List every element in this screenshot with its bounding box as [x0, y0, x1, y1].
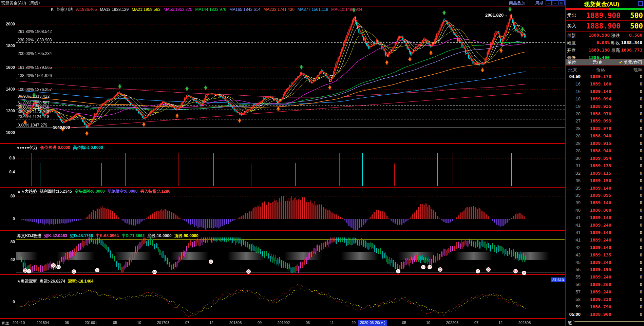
- tape-row: :411889.2400: [566, 237, 644, 244]
- tape-time: :19: [566, 104, 581, 109]
- tape-price: 1888.915: [582, 141, 619, 146]
- ma-value: MA377:1561.118: [298, 7, 328, 12]
- tape-price: 1888.800: [582, 208, 619, 213]
- tape-time: :57: [566, 289, 581, 294]
- tape-row: :161889.1800: [566, 81, 644, 88]
- ask-size: 500: [630, 12, 644, 20]
- quote-symbol-title: 现货黄金(AU): [566, 0, 638, 8]
- stat-label: 涨跌: [611, 33, 620, 39]
- bid-label: 买入: [567, 23, 576, 29]
- quote-panel: 现货黄金(AU) 卖出 1889.900 500 买入 1888.900 500…: [566, 0, 644, 326]
- period-tab-label[interactable]: 周线: [2, 321, 9, 326]
- tape-price: 1889.150: [582, 178, 619, 183]
- pen-tab-label: 笔: [568, 320, 572, 326]
- tape-time: :59: [566, 304, 581, 309]
- tape-time: :43: [566, 252, 581, 257]
- tape-volume: 0: [640, 245, 642, 250]
- tape-price: 1889.180: [582, 81, 619, 87]
- bid-size: 500: [630, 22, 644, 30]
- tape-volume: 0: [640, 111, 642, 116]
- ma-value: MA233:1741.430: [263, 7, 294, 12]
- tape-volume: 0: [640, 274, 642, 280]
- divider: [566, 31, 644, 32]
- tape-time: :32: [566, 171, 581, 176]
- stat-value: 1888.340: [619, 40, 642, 45]
- tape-row: :551889.2400: [566, 274, 644, 281]
- tape-header: 北京 价格 现手: [566, 67, 644, 73]
- tape-col-volume: 现手: [633, 67, 642, 73]
- tape-price: 1889.135: [582, 252, 619, 257]
- tape-volume: 0: [640, 126, 642, 131]
- stat-label: 幅度: [567, 40, 576, 46]
- period-menu[interactable]: 周期: [535, 0, 543, 6]
- tape-time: :16: [566, 89, 581, 94]
- divider: [0, 6, 565, 6]
- tape-price: 1889.195: [582, 267, 619, 272]
- tape-row: :411889.1480: [566, 230, 644, 237]
- tape-row: :351889.1400: [566, 186, 644, 192]
- maximize-icon[interactable]: [638, 1, 643, 6]
- tape-time: :35: [566, 193, 581, 198]
- tape-price: 1889.095: [582, 193, 619, 198]
- tape-time: :45: [566, 260, 581, 265]
- ma-value: A:1936.405: [76, 7, 97, 12]
- tape-volume: 0: [640, 289, 642, 294]
- tape-price: 1888.790: [582, 304, 619, 309]
- unit-cny-option[interactable]: 元/克: [592, 59, 603, 65]
- tape-time: :28: [566, 126, 581, 131]
- tape-volume: 0: [640, 89, 642, 94]
- tape-price: 1889.230: [582, 297, 619, 302]
- divider: [0, 318, 565, 319]
- stat-value: 0.560: [619, 33, 642, 38]
- tape-volume: 0: [640, 193, 642, 198]
- unit-usd-option[interactable]: 美元/盎司: [623, 59, 642, 65]
- tape-row: :281888.9150: [566, 141, 644, 148]
- tape-price: 1889.135: [582, 163, 619, 168]
- ask-row[interactable]: 卖出 1889.900 500: [566, 11, 644, 20]
- tape-row: :201888.9700: [566, 111, 644, 118]
- tape-time: :41: [566, 230, 581, 235]
- tape-volume: 0: [640, 96, 642, 101]
- tape-price: 1889.094: [582, 96, 619, 101]
- tape-volume: 0: [640, 230, 642, 235]
- tape-volume: 0: [640, 163, 642, 168]
- tape-volume: 0: [640, 186, 642, 191]
- tape-time: :56: [566, 282, 581, 287]
- pan-left-icon[interactable]: ←: [546, 0, 552, 5]
- overlay-menu[interactable]: 商品叠加: [509, 0, 525, 6]
- buy-sell-ratio-bar: [566, 8, 644, 10]
- stat-label: 开盘: [567, 47, 576, 54]
- tape-time: :55: [566, 274, 581, 280]
- tape-time: :30: [566, 156, 581, 161]
- tape-price: 1889.140: [582, 200, 619, 205]
- tape-volume: 0: [640, 133, 642, 138]
- pan-right-icon[interactable]: →: [552, 0, 558, 5]
- divider: [0, 230, 565, 231]
- bid-row[interactable]: 买入 1888.900 500: [566, 21, 644, 31]
- time-sales-list[interactable]: 04:591889.1700:161889.1800:161889.1400:1…: [566, 74, 644, 318]
- tape-row: :271889.0930: [566, 118, 644, 125]
- tape-row: 04:591889.1700: [566, 74, 644, 81]
- window-title: 现货黄金(AU)〈周线〉: [1, 0, 42, 6]
- unit-toggle-row: 单位 元/克 ✔ 美元/盎司: [566, 59, 644, 65]
- divider: [566, 20, 644, 21]
- ma-value: MA55:1853.225: [164, 7, 192, 12]
- tape-volume: 0: [640, 178, 642, 183]
- stat-value: 1888.900: [579, 33, 610, 38]
- tape-row: :431889.1350: [566, 252, 644, 259]
- pen-tab[interactable]: 笔: [566, 320, 644, 326]
- tape-time: :16: [566, 81, 581, 87]
- ask-price: 1889.900: [576, 12, 630, 20]
- chart-canvas[interactable]: [0, 0, 565, 326]
- split-window-icon[interactable]: ◫: [558, 0, 565, 5]
- ma-value: MA21:1959.563: [132, 7, 160, 12]
- tape-row: :411889.1400: [566, 215, 644, 222]
- tape-price: 1889.140: [582, 186, 619, 191]
- tape-time: :35: [566, 186, 581, 191]
- tape-row: 05:001888.9000: [566, 312, 644, 319]
- tape-row: :411889.2400: [566, 223, 644, 229]
- tape-volume: 0: [640, 200, 642, 205]
- stat-value: 0.03%: [579, 40, 610, 45]
- ma-readout-bar: K胡家刀法A:1936.405MA13:1938.129MA21:1959.56…: [51, 7, 365, 13]
- stat-value: 1889.180: [579, 47, 610, 53]
